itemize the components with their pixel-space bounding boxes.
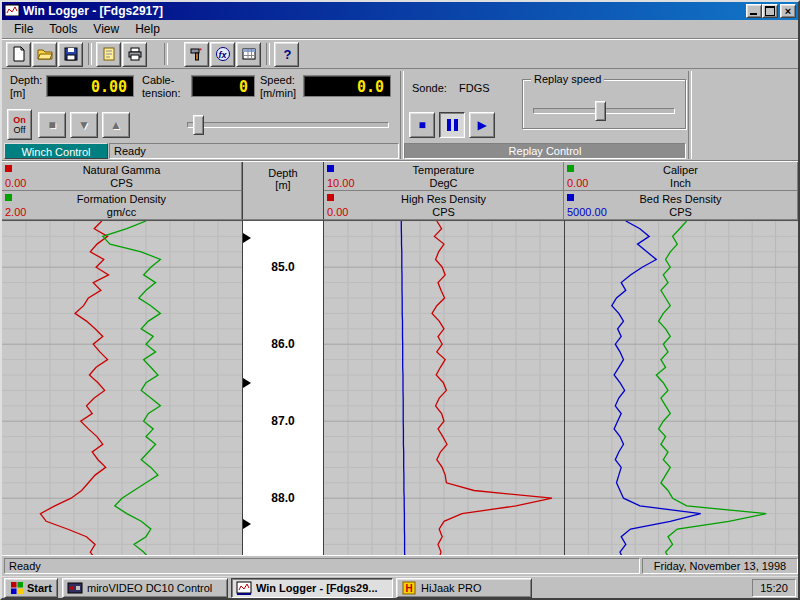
control-panel: Depth: [m] 0.00 Cable- tension: 0 Speed:…	[2, 69, 798, 161]
scale-min: 10.00	[327, 177, 355, 189]
print-icon[interactable]	[122, 42, 147, 67]
winch-down-button[interactable]: ▼	[70, 112, 98, 138]
curve-scale: 2.00gm/cc3.00	[2, 206, 241, 218]
winch-speed-slider-thumb[interactable]	[193, 115, 204, 135]
curve-name: Bed Res Density	[564, 193, 797, 205]
window-title: Win Logger - [Fdgs2917]	[23, 4, 746, 18]
taskbar-item-1[interactable]: miroVIDEO DC10 Control	[62, 578, 228, 598]
curve-name: Caliper	[564, 164, 797, 176]
menu-help[interactable]: Help	[127, 21, 168, 37]
track1-header-row1: Natural Gamma0.00CPS250.00	[2, 162, 242, 191]
taskbar-item-2[interactable]: Win Logger - [Fdgs29...	[231, 578, 393, 598]
track1-header-row2: Formation Density2.00gm/cc3.00	[2, 191, 242, 220]
toolbar-separator	[88, 43, 92, 65]
taskbar-item-3[interactable]: HHiJaak PRO	[396, 578, 532, 598]
off-label: Off	[14, 125, 26, 135]
sonde-label: Sonde:	[412, 82, 447, 94]
winlogger-icon	[236, 580, 252, 596]
replay-speed-slider-thumb[interactable]	[595, 101, 606, 121]
curve-color-swatch	[567, 194, 574, 201]
scale-min: 5000.00	[567, 206, 607, 218]
app-icon[interactable]	[4, 3, 20, 19]
scale-unit: DegC	[324, 177, 563, 189]
depth-marker-icon	[243, 519, 251, 529]
taskbar-clock[interactable]: 15:20	[752, 579, 796, 597]
svg-text:?: ?	[283, 47, 291, 62]
minimize-icon	[750, 13, 757, 15]
arrow-up-icon: ▲	[110, 119, 122, 131]
new-doc-icon[interactable]	[6, 42, 31, 67]
toolbar-separator	[164, 43, 168, 65]
pause-icon	[447, 119, 458, 131]
svg-text:fx: fx	[218, 50, 227, 60]
curve-scale: 5000.00CPS15000.00	[564, 206, 797, 218]
replay-play-button[interactable]: ▶	[469, 112, 495, 138]
depth-tick-label: 86.0	[243, 337, 323, 351]
winch-power-button[interactable]: On Off	[7, 109, 32, 140]
depth-tick-label: 87.0	[243, 414, 323, 428]
track2-canvas	[324, 221, 564, 555]
depth-unit-label: [m]	[10, 87, 25, 99]
status-date: Friday, November 13, 1998	[642, 558, 798, 574]
depth-marker-icon	[243, 233, 251, 243]
restore-icon	[765, 6, 775, 16]
depth-tick-label: 88.0	[243, 491, 323, 505]
replay-stop-button[interactable]: ■	[409, 112, 435, 138]
grid-icon[interactable]	[236, 42, 261, 67]
track1-plot	[2, 220, 242, 555]
track3-canvas	[565, 221, 798, 555]
panel-divider	[688, 71, 692, 159]
replay-speed-label: Replay speed	[531, 73, 604, 85]
curve-scale: 0.00CPS2000.00	[324, 206, 563, 218]
start-button[interactable]: Start	[4, 578, 58, 598]
scale-min: 0.00	[327, 206, 348, 218]
open-folder-icon[interactable]	[32, 42, 57, 67]
scale-unit: CPS	[2, 177, 241, 189]
replay-pause-button[interactable]	[439, 112, 465, 138]
replay-speed-group: Replay speed	[522, 79, 686, 129]
taskbar-item-label: miroVIDEO DC10 Control	[87, 582, 212, 594]
close-button[interactable]: ×	[780, 4, 796, 18]
curve-name: Temperature	[324, 164, 563, 176]
document-icon[interactable]	[96, 42, 121, 67]
restore-button[interactable]	[762, 4, 778, 18]
temperature-curve	[401, 221, 405, 555]
curve-name: High Res Density	[324, 193, 563, 205]
toolbar-separator	[266, 43, 270, 65]
winch-up-button[interactable]: ▲	[102, 112, 130, 138]
track3-plot	[564, 220, 798, 555]
start-label: Start	[27, 582, 52, 594]
functions-icon[interactable]: fx	[210, 42, 235, 67]
track3-header-row2: Bed Res Density5000.00CPS15000.00	[564, 191, 798, 220]
menu-file[interactable]: File	[6, 21, 41, 37]
taskbar: Start miroVIDEO DC10 ControlWin Logger -…	[2, 576, 798, 598]
mirovideo-icon	[67, 580, 83, 596]
cable-tension-label-1: Cable-	[142, 74, 174, 86]
sonde-value: FDGS	[459, 82, 490, 94]
track2-header-row1: Temperature10.00DegC20.00	[324, 162, 564, 191]
arrow-down-icon: ▼	[78, 119, 90, 131]
speed-display: 0.0	[303, 75, 391, 97]
status-bar: Ready Friday, November 13, 1998	[2, 555, 798, 576]
winch-stop-button[interactable]: ■	[38, 112, 66, 138]
curve-scale: 10.00DegC20.00	[324, 177, 563, 189]
curve-name: Natural Gamma	[2, 164, 241, 176]
curve-color-swatch	[327, 194, 334, 201]
svg-text:*: *	[199, 46, 202, 55]
track2-plot	[324, 220, 564, 555]
menu-tools[interactable]: Tools	[41, 21, 85, 37]
menu-bar: FileToolsViewHelp	[2, 20, 798, 39]
scale-min: 0.00	[5, 177, 26, 189]
curve-color-swatch	[327, 165, 334, 172]
menu-view[interactable]: View	[85, 21, 127, 37]
save-icon[interactable]	[58, 42, 83, 67]
depth-marker-icon	[243, 378, 251, 388]
tools-hammer-icon[interactable]: *	[184, 42, 209, 67]
track2-header-row2: High Res Density0.00CPS2000.00	[324, 191, 564, 220]
curve-color-swatch	[5, 194, 12, 201]
svg-text:H: H	[406, 583, 413, 594]
help-icon[interactable]: ?	[274, 42, 299, 67]
track3-header-row1: Caliper0.00Inch10.00	[564, 162, 798, 191]
winch-speed-slider[interactable]	[187, 122, 389, 128]
minimize-button[interactable]	[746, 4, 762, 18]
